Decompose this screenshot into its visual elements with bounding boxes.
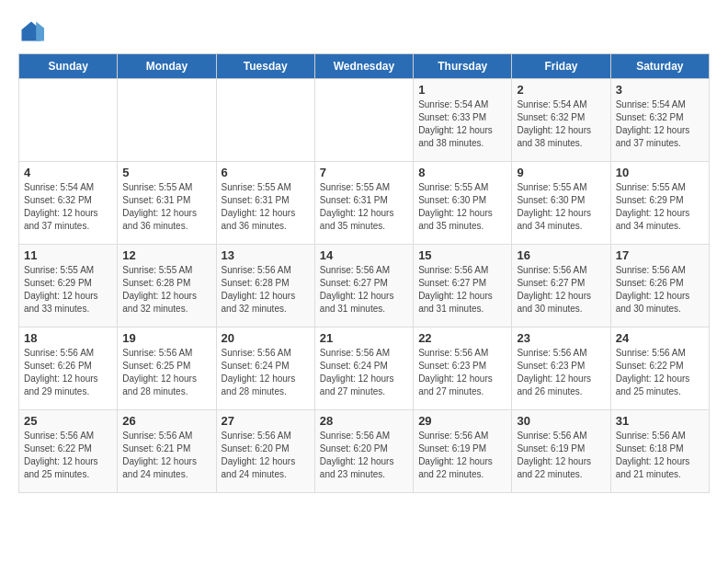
day-number: 24 [616, 331, 704, 345]
header-saturday: Saturday [610, 54, 709, 79]
day-number: 15 [418, 248, 506, 262]
day-number: 7 [320, 166, 408, 179]
cell-content: Sunrise: 5:56 AM Sunset: 6:24 PM Dayligh… [320, 347, 408, 398]
cell-content: Sunrise: 5:56 AM Sunset: 6:28 PM Dayligh… [222, 264, 310, 316]
calendar-cell: 14Sunrise: 5:56 AM Sunset: 6:27 PM Dayli… [314, 245, 413, 327]
day-number: 22 [418, 331, 506, 345]
cell-content: Sunrise: 5:56 AM Sunset: 6:27 PM Dayligh… [418, 264, 506, 316]
calendar-cell: 23Sunrise: 5:56 AM Sunset: 6:23 PM Dayli… [512, 327, 610, 410]
cell-content: Sunrise: 5:55 AM Sunset: 6:31 PM Dayligh… [122, 181, 210, 233]
week-row-1: 1Sunrise: 5:54 AM Sunset: 6:33 PM Daylig… [19, 79, 710, 162]
calendar-cell: 4Sunrise: 5:54 AM Sunset: 6:32 PM Daylig… [19, 162, 118, 245]
cell-content: Sunrise: 5:56 AM Sunset: 6:23 PM Dayligh… [418, 347, 506, 398]
day-number: 26 [122, 414, 210, 428]
cell-content: Sunrise: 5:55 AM Sunset: 6:29 PM Dayligh… [616, 181, 704, 233]
header-friday: Friday [512, 54, 610, 79]
calendar-cell: 17Sunrise: 5:56 AM Sunset: 6:26 PM Dayli… [610, 245, 709, 327]
week-row-3: 11Sunrise: 5:55 AM Sunset: 6:29 PM Dayli… [19, 245, 710, 327]
day-number: 2 [517, 83, 605, 97]
calendar-cell: 1Sunrise: 5:54 AM Sunset: 6:33 PM Daylig… [414, 79, 512, 162]
header-wednesday: Wednesday [314, 54, 413, 79]
cell-content: Sunrise: 5:56 AM Sunset: 6:18 PM Dayligh… [616, 430, 704, 481]
day-number: 18 [24, 331, 112, 345]
calendar-cell: 8Sunrise: 5:55 AM Sunset: 6:30 PM Daylig… [414, 162, 512, 245]
cell-content: Sunrise: 5:54 AM Sunset: 6:33 PM Dayligh… [418, 98, 506, 150]
header-sunday: Sunday [19, 54, 118, 79]
calendar-cell: 16Sunrise: 5:56 AM Sunset: 6:27 PM Dayli… [512, 245, 610, 327]
week-row-4: 18Sunrise: 5:56 AM Sunset: 6:26 PM Dayli… [19, 327, 710, 410]
week-row-2: 4Sunrise: 5:54 AM Sunset: 6:32 PM Daylig… [19, 162, 710, 245]
calendar-cell: 30Sunrise: 5:56 AM Sunset: 6:19 PM Dayli… [512, 410, 610, 493]
cell-content: Sunrise: 5:56 AM Sunset: 6:27 PM Dayligh… [517, 264, 605, 316]
calendar-cell: 18Sunrise: 5:56 AM Sunset: 6:26 PM Dayli… [19, 327, 118, 410]
day-number: 9 [517, 166, 605, 179]
calendar-cell: 29Sunrise: 5:56 AM Sunset: 6:19 PM Dayli… [414, 410, 512, 493]
calendar-cell: 27Sunrise: 5:56 AM Sunset: 6:20 PM Dayli… [216, 410, 314, 493]
cell-content: Sunrise: 5:55 AM Sunset: 6:30 PM Dayligh… [517, 181, 605, 233]
calendar-cell: 24Sunrise: 5:56 AM Sunset: 6:22 PM Dayli… [610, 327, 709, 410]
cell-content: Sunrise: 5:56 AM Sunset: 6:19 PM Dayligh… [517, 430, 605, 481]
day-number: 20 [222, 331, 310, 345]
calendar-cell: 9Sunrise: 5:55 AM Sunset: 6:30 PM Daylig… [512, 162, 610, 245]
calendar-cell: 28Sunrise: 5:56 AM Sunset: 6:20 PM Dayli… [314, 410, 413, 493]
day-number: 23 [517, 331, 605, 345]
cell-content: Sunrise: 5:56 AM Sunset: 6:25 PM Dayligh… [122, 347, 210, 398]
calendar-cell [216, 79, 314, 162]
calendar-cell [118, 79, 216, 162]
cell-content: Sunrise: 5:56 AM Sunset: 6:26 PM Dayligh… [24, 347, 112, 398]
day-number: 4 [24, 166, 112, 179]
logo-icon [18, 18, 44, 44]
calendar-cell: 31Sunrise: 5:56 AM Sunset: 6:18 PM Dayli… [610, 410, 709, 493]
calendar-cell: 22Sunrise: 5:56 AM Sunset: 6:23 PM Dayli… [414, 327, 512, 410]
days-header-row: SundayMondayTuesdayWednesdayThursdayFrid… [19, 54, 710, 79]
day-number: 31 [616, 414, 704, 428]
cell-content: Sunrise: 5:55 AM Sunset: 6:29 PM Dayligh… [24, 264, 112, 316]
day-number: 27 [222, 414, 310, 428]
day-number: 25 [24, 414, 112, 428]
day-number: 11 [24, 248, 112, 262]
day-number: 10 [616, 166, 704, 179]
day-number: 28 [320, 414, 408, 428]
calendar-cell: 13Sunrise: 5:56 AM Sunset: 6:28 PM Dayli… [216, 245, 314, 327]
page-header [18, 18, 710, 44]
cell-content: Sunrise: 5:55 AM Sunset: 6:31 PM Dayligh… [320, 181, 408, 233]
cell-content: Sunrise: 5:56 AM Sunset: 6:20 PM Dayligh… [320, 430, 408, 481]
day-number: 8 [418, 166, 506, 179]
day-number: 5 [122, 166, 210, 179]
day-number: 13 [222, 248, 310, 262]
cell-content: Sunrise: 5:55 AM Sunset: 6:30 PM Dayligh… [418, 181, 506, 233]
cell-content: Sunrise: 5:54 AM Sunset: 6:32 PM Dayligh… [24, 181, 112, 233]
day-number: 12 [122, 248, 210, 262]
cell-content: Sunrise: 5:56 AM Sunset: 6:27 PM Dayligh… [320, 264, 408, 316]
calendar-cell: 21Sunrise: 5:56 AM Sunset: 6:24 PM Dayli… [314, 327, 413, 410]
cell-content: Sunrise: 5:56 AM Sunset: 6:22 PM Dayligh… [616, 347, 704, 398]
day-number: 1 [418, 83, 506, 97]
calendar-cell [314, 79, 413, 162]
cell-content: Sunrise: 5:56 AM Sunset: 6:23 PM Dayligh… [517, 347, 605, 398]
calendar-cell [19, 79, 118, 162]
calendar-cell: 6Sunrise: 5:55 AM Sunset: 6:31 PM Daylig… [216, 162, 314, 245]
calendar-cell: 19Sunrise: 5:56 AM Sunset: 6:25 PM Dayli… [118, 327, 216, 410]
cell-content: Sunrise: 5:56 AM Sunset: 6:19 PM Dayligh… [418, 430, 506, 481]
cell-content: Sunrise: 5:55 AM Sunset: 6:28 PM Dayligh… [122, 264, 210, 316]
day-number: 16 [517, 248, 605, 262]
day-number: 17 [616, 248, 704, 262]
cell-content: Sunrise: 5:56 AM Sunset: 6:20 PM Dayligh… [222, 430, 310, 481]
day-number: 3 [616, 83, 704, 97]
calendar-cell: 5Sunrise: 5:55 AM Sunset: 6:31 PM Daylig… [118, 162, 216, 245]
calendar-cell: 2Sunrise: 5:54 AM Sunset: 6:32 PM Daylig… [512, 79, 610, 162]
cell-content: Sunrise: 5:56 AM Sunset: 6:26 PM Dayligh… [616, 264, 704, 316]
header-thursday: Thursday [414, 54, 512, 79]
day-number: 6 [222, 166, 310, 179]
cell-content: Sunrise: 5:54 AM Sunset: 6:32 PM Dayligh… [616, 98, 704, 150]
calendar-cell: 15Sunrise: 5:56 AM Sunset: 6:27 PM Dayli… [414, 245, 512, 327]
header-monday: Monday [118, 54, 216, 79]
cell-content: Sunrise: 5:54 AM Sunset: 6:32 PM Dayligh… [517, 98, 605, 150]
day-number: 29 [418, 414, 506, 428]
week-row-5: 25Sunrise: 5:56 AM Sunset: 6:22 PM Dayli… [19, 410, 710, 493]
day-number: 30 [517, 414, 605, 428]
calendar-cell: 26Sunrise: 5:56 AM Sunset: 6:21 PM Dayli… [118, 410, 216, 493]
day-number: 19 [122, 331, 210, 345]
calendar-cell: 12Sunrise: 5:55 AM Sunset: 6:28 PM Dayli… [118, 245, 216, 327]
header-tuesday: Tuesday [216, 54, 314, 79]
